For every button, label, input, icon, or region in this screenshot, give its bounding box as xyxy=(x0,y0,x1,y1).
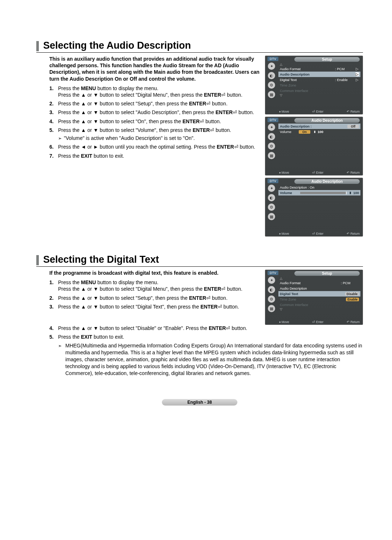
heading-text: Selecting the Audio Description xyxy=(43,40,191,52)
osd-row-audio-description[interactable]: Audio Description ▷ xyxy=(278,72,360,77)
osd-nav-icon: ✦ xyxy=(268,185,275,192)
option-on[interactable]: On xyxy=(299,130,310,134)
osd-nav-icon: ⚙ xyxy=(268,81,275,89)
chevron-right-icon: ▷ xyxy=(355,78,359,82)
osd-row-audio-format[interactable]: Audio Format : PCM ▷ xyxy=(278,66,360,72)
osd-hint-bar: ♦ Move ⏎ Enter ↶ Return xyxy=(278,171,360,174)
enter-icon: ⏎ xyxy=(233,109,237,115)
osd-row-volume[interactable]: Volume On ▮ 100 xyxy=(278,129,360,134)
osd-title-setup: Setup xyxy=(294,57,360,62)
osd-nav-icon: ◐ xyxy=(268,72,275,79)
osd-row-common-interface: Common Interface xyxy=(278,302,360,307)
osd-row-ad-toggle[interactable]: Audio Description : Off xyxy=(278,124,360,129)
scroll-up-icon: △ xyxy=(278,277,360,280)
step-7: Press the EXIT button to exit. xyxy=(49,153,261,159)
enter-icon: ⏎ xyxy=(226,325,230,331)
osd-row-digital-text[interactable]: Digital Text Disable xyxy=(278,291,360,297)
step-4: Press the ▲ or ▼ button to select "Disab… xyxy=(49,325,363,331)
osd-title-setup: Setup xyxy=(294,271,360,276)
step-5: Press the EXIT button to exit. xyxy=(49,334,363,340)
enter-icon: ⏎ xyxy=(206,101,211,106)
enter-icon: ⏎ xyxy=(206,295,211,301)
osd-hint-bar: ♦ Move ⏎ Enter ↶ Return xyxy=(278,232,360,235)
osd-row-volume-slider[interactable]: Volume ▮ 100 xyxy=(278,190,360,196)
mheg-note: MHEG(Multimedia and Hypermedia Informati… xyxy=(65,342,363,376)
osd-nav-icon: ⚙ xyxy=(268,203,275,211)
enter-icon: ⏎ xyxy=(210,127,214,133)
osd-hint-bar: ♦ Move ⏎ Enter ↶ Return xyxy=(278,110,360,113)
osd-row-audio-description[interactable]: Audio Description xyxy=(278,286,360,291)
note-icon xyxy=(58,135,62,142)
osd-nav-icon: ⚙ xyxy=(268,295,275,303)
section2-steps: Press the MENU button to display the men… xyxy=(49,279,261,310)
step-1: Press the MENU button to display the men… xyxy=(49,279,261,292)
section-heading-digital-text: Selecting the Digital Text xyxy=(36,254,363,267)
step-6: Press the ◄ or ► button until you reach … xyxy=(49,144,261,150)
volume-slider[interactable] xyxy=(300,192,346,194)
osd-row-common-interface: Common Interface xyxy=(278,88,360,93)
osd-setup-digital-text: DTV Setup ✦ ◐ ⚙ ▦ △ Audio Format : PCM A… xyxy=(265,270,363,325)
osd-dtv-badge: DTV xyxy=(268,271,278,275)
osd-nav-icon: ◐ xyxy=(268,133,275,140)
section2-steps-continued: Press the ▲ or ▼ button to select "Disab… xyxy=(36,325,363,340)
scroll-up-icon: △ xyxy=(278,63,360,66)
section-heading-audio-description: Selecting the Audio Description xyxy=(36,40,363,53)
chevron-right-icon: ▷ xyxy=(355,72,359,76)
osd-nav-icon: ✦ xyxy=(268,63,275,70)
scroll-down-icon: ▽ xyxy=(278,307,360,311)
section1-steps: Press the MENU button to display the men… xyxy=(49,85,261,159)
chevron-right-icon: ▷ xyxy=(355,67,359,71)
step-3: Press the ▲ or ▼ button to select "Digit… xyxy=(49,303,261,310)
osd-nav-icon: ✦ xyxy=(268,124,275,131)
step-5: Press the ▲ or ▼ button to select "Volum… xyxy=(49,127,261,142)
heading-bar-icon xyxy=(36,41,39,51)
osd-title-audio-desc: Audio Description xyxy=(294,179,360,184)
osd-title-audio-desc: Audio Description xyxy=(294,118,360,123)
heading-bar-icon xyxy=(36,255,39,265)
osd-dtv-badge: DTV xyxy=(268,179,278,183)
osd-audio-desc-volume: DTV Audio Description ✦ ◐ ⚙ ▦ Audio Desc… xyxy=(265,178,363,237)
option-off[interactable]: Off xyxy=(347,125,359,128)
osd-row-ad-on[interactable]: Audio Description : On xyxy=(278,185,360,190)
step-4: Press the ▲ or ▼ button to select "On", … xyxy=(49,118,261,125)
heading-text: Selecting the Digital Text xyxy=(43,254,159,266)
step-2: Press the ▲ or ▼ button to select "Setup… xyxy=(49,100,261,107)
enter-icon: ⏎ xyxy=(221,92,225,98)
option-disable[interactable]: Disable xyxy=(345,292,359,296)
osd-nav-icon: ▦ xyxy=(268,152,275,159)
osd-audio-desc-picker: DTV Audio Description ✦ ◐ ⚙ ▦ Audio Desc… xyxy=(265,117,363,176)
osd-setup-audio-desc: DTV Setup ✦ ◐ ⚙ ▦ △ Audio Format : PCM ▷ xyxy=(265,56,363,114)
note-icon xyxy=(58,342,62,376)
osd-hint-bar: ♦ Move ⏎ Enter ↶ Return xyxy=(278,320,360,324)
osd-nav-icon: ▦ xyxy=(268,213,275,220)
enter-icon: ⏎ xyxy=(200,118,204,124)
osd-row-digital-text[interactable]: Digital Text : Enable ▷ xyxy=(278,77,360,82)
section1-intro: This is an auxiliary audio function that… xyxy=(49,56,261,82)
enter-icon: ⏎ xyxy=(221,286,225,292)
step-1: Press the MENU button to display the men… xyxy=(49,85,261,98)
osd-row-time-zone: Time Zone xyxy=(278,82,360,88)
osd-dtv-badge: DTV xyxy=(268,57,278,61)
osd-nav-icon: ✦ xyxy=(268,277,275,284)
osd-nav-icon: ◐ xyxy=(268,194,275,201)
step-2: Press the ▲ or ▼ button to select "Setup… xyxy=(49,295,261,301)
osd-row-time-zone: Time Zone Enable xyxy=(278,297,360,302)
step-3: Press the ▲ or ▼ button to select "Audio… xyxy=(49,109,261,116)
page-number-pill: English - 38 xyxy=(162,399,237,406)
step5-note: "Volume" is active when "Audio Descripti… xyxy=(64,135,195,142)
page-footer: English - 38 xyxy=(36,399,363,406)
enter-icon: ⏎ xyxy=(234,144,238,150)
osd-nav-icon: ⚙ xyxy=(268,142,275,150)
osd-nav-icon: ▦ xyxy=(268,91,275,98)
osd-nav-icon: ◐ xyxy=(268,286,275,293)
volume-value: 100 xyxy=(318,130,323,134)
osd-dtv-badge: DTV xyxy=(268,118,278,122)
section2-intro: If the programme is broadcast with digit… xyxy=(49,270,261,276)
scroll-down-icon: ▽ xyxy=(278,93,360,97)
osd-nav-icon: ▦ xyxy=(268,305,275,312)
osd-row-audio-format[interactable]: Audio Format : PCM xyxy=(278,280,360,286)
volume-value: 100 xyxy=(353,191,359,195)
enter-icon: ⏎ xyxy=(218,304,222,310)
option-enable[interactable]: Enable xyxy=(346,298,359,301)
